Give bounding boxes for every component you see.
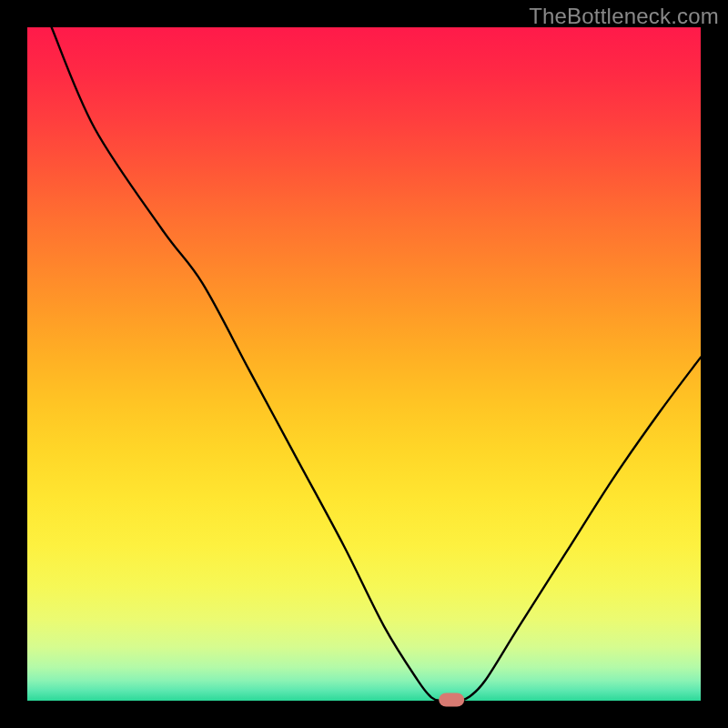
chart-root: { "watermark": "TheBottleneck.com", "cha… [0, 0, 728, 728]
bottleneck-chart [0, 0, 728, 728]
optimal-marker [439, 693, 464, 707]
plot-gradient-area [27, 27, 701, 701]
watermark-text: TheBottleneck.com [529, 4, 719, 29]
